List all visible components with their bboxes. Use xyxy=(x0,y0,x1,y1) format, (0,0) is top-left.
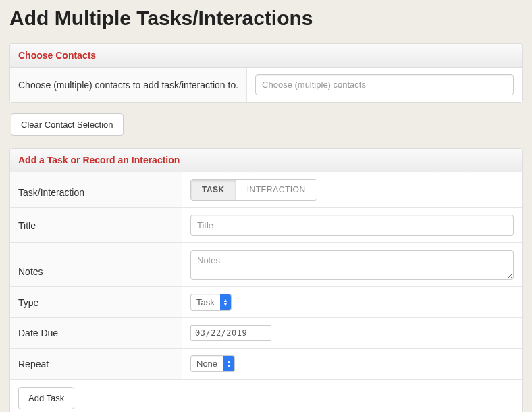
task-interaction-toggle: TASK INTERACTION xyxy=(190,179,317,201)
notes-textarea[interactable] xyxy=(190,250,514,280)
choose-contacts-header: Choose Contacts xyxy=(10,44,522,68)
choose-contacts-label: Choose (multiple) contacts to add task/i… xyxy=(10,68,247,102)
page-title: Add Multiple Tasks/Interactions xyxy=(9,7,523,30)
choose-contacts-panel: Choose Contacts Choose (multiple) contac… xyxy=(9,43,523,103)
task-interaction-label: Task/Interaction xyxy=(10,172,182,207)
date-due-label: Date Due xyxy=(10,318,182,348)
date-due-input[interactable] xyxy=(190,325,271,341)
title-label: Title xyxy=(10,208,182,242)
notes-label: Notes xyxy=(10,243,182,286)
type-select[interactable]: Task xyxy=(190,294,232,311)
type-label: Type xyxy=(10,287,182,317)
task-panel: Add a Task or Record an Interaction Task… xyxy=(9,148,523,412)
task-panel-header: Add a Task or Record an Interaction xyxy=(10,149,522,172)
choose-contacts-input[interactable] xyxy=(255,74,514,95)
add-task-button[interactable]: Add Task xyxy=(18,387,74,409)
repeat-label: Repeat xyxy=(10,349,182,379)
clear-contact-selection-button[interactable]: Clear Contact Selection xyxy=(11,113,124,136)
repeat-select[interactable]: None xyxy=(190,355,235,372)
title-input[interactable] xyxy=(190,215,514,236)
tab-interaction[interactable]: INTERACTION xyxy=(236,180,317,200)
tab-task[interactable]: TASK xyxy=(191,180,236,200)
